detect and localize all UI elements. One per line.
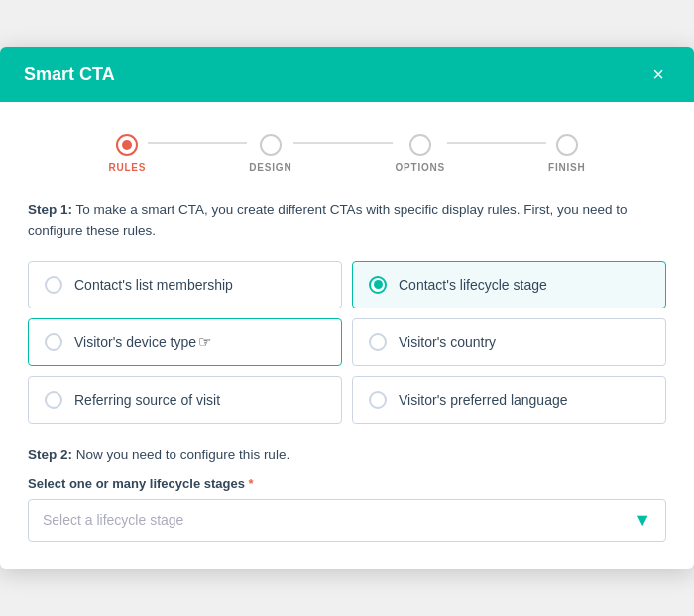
radio-device-type [45,333,62,351]
option-country[interactable]: Visitor's country [352,318,666,366]
modal-title: Smart CTA [24,64,115,85]
radio-inner-lifecycle-stage [374,280,383,289]
modal-header: Smart CTA × [0,47,694,102]
step-rules: RULES [108,134,146,173]
step-circle-finish [556,134,578,156]
cursor-hand-icon: ☞ [198,333,211,351]
close-button[interactable]: × [646,62,670,86]
option-label-lifecycle-stage: Contact's lifecycle stage [399,277,547,293]
step1-text: To make a smart CTA, you create differen… [28,202,628,237]
dropdown-placeholder: Select a lifecycle stage [43,512,183,528]
step1-bold: Step 1: [28,202,72,217]
option-label-list-membership: Contact's list membership [74,277,233,293]
option-label-country: Visitor's country [399,334,496,350]
radio-referring-source [45,391,62,409]
step-circle-design [260,134,282,156]
option-preferred-language[interactable]: Visitor's preferred language [352,376,666,424]
step2-text: Now you need to configure this rule. [72,447,289,462]
option-device-type[interactable]: Visitor's device type ☞ [28,318,342,366]
step2-bold: Step 2: [28,447,72,462]
step-circle-options [409,134,431,156]
option-list-membership[interactable]: Contact's list membership [28,261,342,308]
step2-description: Step 2: Now you need to configure this r… [28,447,666,462]
step-design: DESIGN [249,134,291,173]
steps-progress: RULES DESIGN OPTIONS FINISH [28,126,666,177]
step-label-rules: RULES [108,162,146,173]
option-label-referring-source: Referring source of visit [74,392,220,408]
step-label-design: DESIGN [249,162,291,173]
required-marker: * [249,476,254,491]
option-label-device-type: Visitor's device type [74,334,196,350]
dropdown-label: Select one or many lifecycle stages * [28,476,666,491]
radio-preferred-language [369,391,387,409]
radio-country [369,333,387,351]
radio-list-membership [45,276,62,294]
lifecycle-stage-dropdown[interactable]: Select a lifecycle stage ▼ [28,499,666,542]
step-options: OPTIONS [395,134,445,173]
step-label-finish: FINISH [548,162,586,173]
step-finish: FINISH [548,134,586,173]
step-line-1 [148,142,247,144]
options-grid: Contact's list membership Contact's life… [28,261,666,424]
step1-description: Step 1: To make a smart CTA, you create … [28,200,666,241]
modal-body: RULES DESIGN OPTIONS FINISH Step 1: To m… [0,102,694,569]
option-label-preferred-language: Visitor's preferred language [399,392,568,408]
dropdown-label-text: Select one or many lifecycle stages [28,476,245,491]
option-lifecycle-stage[interactable]: Contact's lifecycle stage [352,261,666,308]
chevron-down-icon: ▼ [634,510,651,531]
smart-cta-modal: Smart CTA × RULES DESIGN OPTIONS FINI [0,47,694,569]
step-line-3 [447,142,546,144]
step-label-options: OPTIONS [395,162,445,173]
option-referring-source[interactable]: Referring source of visit [28,376,342,424]
step-line-2 [293,142,393,144]
step-circle-rules [116,134,138,156]
radio-lifecycle-stage [369,276,387,294]
